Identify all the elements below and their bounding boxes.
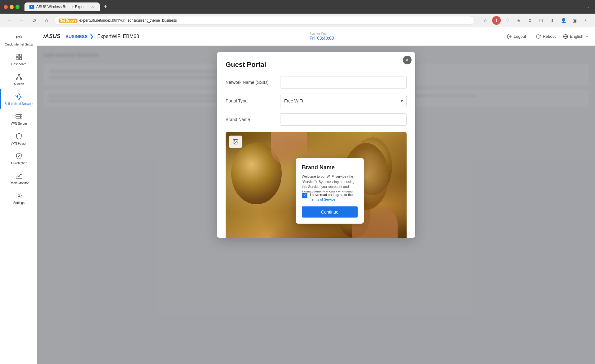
address-bar[interactable]: Not Secure expertwifi.net/index.html?url… (55, 16, 475, 25)
extension-icon-4[interactable]: ⚙ (526, 16, 534, 25)
download-icon[interactable]: ⬇ (548, 16, 557, 25)
language-selector[interactable]: English (563, 34, 589, 39)
vpn-server-icon (15, 112, 23, 121)
portal-card-title: Brand Name (302, 164, 358, 171)
svg-point-7 (20, 78, 22, 80)
url-text: expertwifi.net/index.html?url=sdn&curren… (79, 18, 177, 23)
sidebar-item-aimesh[interactable]: AiMesh (0, 69, 37, 89)
system-time-label: System Time (310, 32, 328, 36)
tab-label: ASUS Wireless Router Exper... (36, 5, 87, 9)
sidebar-item-label-traffic-monitor: Traffic Monitor (9, 181, 29, 185)
maximize-window-button[interactable] (15, 5, 20, 9)
time-value: 03:40:00 (317, 36, 334, 41)
extension-icon-1[interactable]: 1 (492, 16, 501, 25)
new-tab-button[interactable]: + (101, 2, 110, 11)
header-actions: Logout Reboot English (505, 33, 589, 40)
svg-point-21 (20, 115, 21, 116)
svg-rect-3 (16, 58, 18, 60)
modal-title: Guest Portal (226, 61, 407, 69)
vpn-fusion-icon (15, 132, 23, 141)
portal-type-row: Portal Type Free WiFi Click-through Sign… (226, 95, 407, 107)
svg-point-6 (16, 78, 17, 80)
portal-type-select[interactable]: Free WiFi Click-through Sign-in (280, 95, 407, 107)
sidebar-item-label-quick-internet: Quick Internet Setup (5, 43, 33, 46)
svg-line-8 (17, 75, 19, 78)
globe-icon (563, 34, 568, 39)
traffic-lights (4, 5, 20, 9)
minimize-window-button[interactable] (10, 5, 14, 9)
settings-icon (15, 191, 23, 200)
back-button[interactable]: ← (5, 16, 14, 25)
reboot-button[interactable]: Reboot (533, 33, 558, 40)
sidebar-item-dashboard[interactable]: Dashboard (0, 50, 37, 69)
system-time-value: Fri 03:40:00 (310, 36, 334, 41)
network-name-input[interactable] (280, 76, 407, 89)
tab-menu-button[interactable]: ⌄ (588, 4, 591, 9)
extension-icon-2[interactable]: 🛡 (503, 16, 512, 25)
asus-brand: /ASUS (43, 33, 60, 40)
image-upload-button[interactable] (229, 136, 242, 148)
network-name-label: Network Name (SSID) (226, 80, 275, 85)
terms-check-row: ✓ I have read and agree to the Terms of … (302, 193, 358, 202)
sidebar-item-aiprotection[interactable]: AiProtection (0, 149, 37, 168)
browser-titlebar: A ASUS Wireless Router Exper... ✕ + ⌄ (0, 0, 595, 14)
browser-chrome: A ASUS Wireless Router Exper... ✕ + ⌄ ← … (0, 0, 595, 27)
tab-close-button[interactable]: ✕ (90, 4, 95, 9)
terms-checkbox[interactable]: ✓ (302, 193, 307, 198)
sidebar-item-label-settings: Settings (13, 201, 24, 205)
svg-point-22 (20, 117, 21, 118)
sidebar-item-vpn-server[interactable]: VPN Server (0, 109, 37, 129)
tab-bar: A ASUS Wireless Router Exper... ✕ + (24, 2, 585, 11)
browser-toolbar-icons: ☆ 1 🛡 ◈ ⚙ ⬡ ⬇ 👤 ▣ ⋮ (481, 16, 590, 25)
device-name: ExpertWiFi EBM68 (97, 34, 139, 39)
language-chevron-icon (585, 35, 589, 38)
svg-rect-4 (20, 58, 22, 60)
language-label: English (570, 34, 583, 39)
terms-text: I have read and agree to the Terms of Se… (310, 193, 358, 202)
svg-point-5 (18, 74, 20, 75)
modal-close-button[interactable]: × (403, 56, 412, 64)
more-icon[interactable]: ⋮ (581, 16, 590, 25)
sidebar-item-vpn-fusion[interactable]: VPN Fusion (0, 129, 37, 149)
svg-line-17 (20, 94, 20, 97)
sidebar-item-quick-internet[interactable]: Quick Internet Setup (0, 30, 37, 50)
svg-point-0 (18, 36, 20, 38)
logout-button[interactable]: Logout (505, 33, 529, 40)
reload-button[interactable]: ↺ (30, 16, 38, 25)
terms-link[interactable]: Terms of Service (310, 197, 335, 201)
image-icon (232, 139, 239, 145)
cast-icon[interactable]: ▣ (570, 16, 579, 25)
svg-rect-13 (18, 98, 20, 99)
sidebar-item-label-aimesh: AiMesh (14, 82, 24, 86)
sidebar-item-settings[interactable]: Settings (0, 188, 37, 208)
brand-divider: | (62, 34, 64, 39)
security-badge: Not Secure (59, 19, 77, 23)
sidebar-item-traffic-monitor[interactable]: Traffic Monitor (0, 168, 37, 188)
brand-chevron-icon: ❯ (90, 33, 94, 39)
extension-icon-5[interactable]: ⬡ (537, 16, 545, 25)
browser-addressbar: ← → ↺ ⌂ Not Secure expertwifi.net/index.… (0, 14, 595, 27)
svg-rect-14 (20, 96, 22, 97)
app-header: /ASUS | BUSINESS ❯ ExpertWiFi EBM68 Syst… (37, 27, 595, 46)
reboot-icon (536, 34, 541, 39)
sidebar-item-label-dashboard: Dashboard (11, 63, 27, 66)
svg-rect-2 (20, 54, 22, 56)
home-button[interactable]: ⌂ (42, 16, 51, 25)
continue-button[interactable]: Continue (302, 206, 358, 217)
bookmark-icon[interactable]: ☆ (481, 16, 490, 25)
sidebar-item-label-aiprotection: AiProtection (11, 162, 27, 165)
guest-portal-modal: × Guest Portal Network Name (SSID) Porta… (217, 52, 415, 238)
close-window-button[interactable] (4, 5, 8, 9)
network-name-row: Network Name (SSID) (226, 76, 407, 89)
logout-label: Logout (514, 34, 526, 39)
tab-favicon: A (29, 5, 34, 9)
extension-icon-3[interactable]: ◈ (514, 16, 523, 25)
sidebar-item-self-defined-network[interactable]: Self-defined Network (0, 89, 37, 109)
active-tab[interactable]: A ASUS Wireless Router Exper... ✕ (24, 2, 100, 11)
svg-point-24 (18, 195, 20, 197)
profile-icon[interactable]: 👤 (559, 16, 568, 25)
aiprotection-icon (15, 152, 23, 160)
brand-name-input[interactable] (280, 113, 407, 126)
dashboard-icon (15, 53, 23, 61)
forward-button[interactable]: → (17, 16, 26, 25)
